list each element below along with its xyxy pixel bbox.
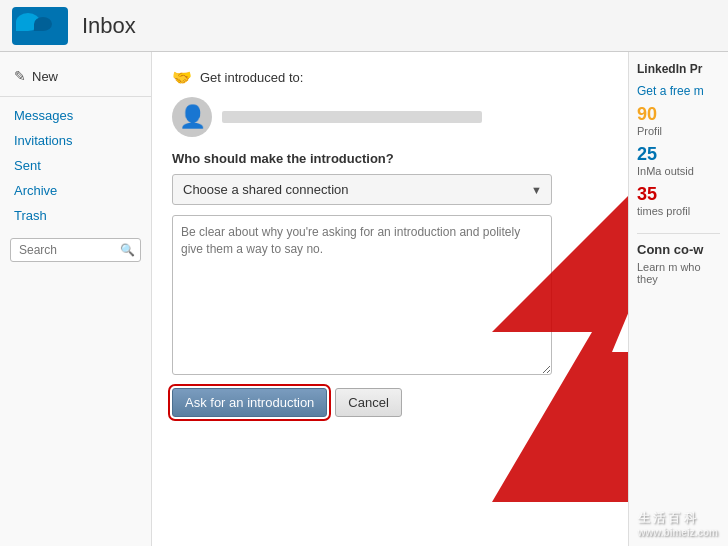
stat-num-days: 90 (637, 104, 657, 124)
sidebar-item-archive[interactable]: Archive (0, 178, 151, 203)
right-stat-inmail: 25 InMa outsid (637, 144, 720, 178)
main-layout: ✎ New Messages Invitations Sent Archive … (0, 52, 728, 546)
new-button[interactable]: ✎ New (0, 62, 151, 90)
stat-text-days: Profil (637, 125, 720, 138)
watermark: 生 活 百 科 www.bimeiz.com (638, 510, 718, 538)
who-label: Who should make the introduction? (172, 151, 608, 166)
sidebar-item-sent[interactable]: Sent (0, 153, 151, 178)
edit-icon: ✎ (14, 68, 26, 84)
search-icon: 🔍 (120, 243, 135, 257)
avatar-icon: 👤 (179, 104, 206, 130)
logo-bubble2 (34, 17, 52, 31)
introduce-header: 🤝 Get introduced to: (172, 68, 608, 87)
stat-text-times: times profil (637, 205, 720, 218)
search-container: 🔍 (10, 238, 141, 262)
introduce-icon: 🤝 (172, 68, 192, 87)
message-textarea[interactable] (172, 215, 552, 375)
sidebar-divider (0, 96, 151, 97)
connect-text: Learn m who they (637, 261, 720, 285)
profile-placeholder: 👤 (172, 97, 608, 137)
stat-num-inmail: 25 (637, 144, 657, 164)
cancel-button[interactable]: Cancel (335, 388, 401, 417)
main-content: 🤝 Get introduced to: 👤 Who should make t… (152, 52, 628, 546)
right-sidebar-title: LinkedIn Pr (637, 62, 720, 76)
right-sidebar: LinkedIn Pr Get a free m 90 Profil 25 In… (628, 52, 728, 546)
connection-dropdown[interactable]: Choose a shared connection (172, 174, 552, 205)
right-stat-days: 90 Profil (637, 104, 720, 138)
watermark-text: 生 活 百 科 (638, 510, 718, 527)
introduce-label: Get introduced to: (200, 70, 303, 85)
action-buttons: Ask for an introduction Cancel (172, 388, 608, 417)
connect-title: Conn co-w (637, 242, 720, 257)
sidebar-item-messages[interactable]: Messages (0, 103, 151, 128)
linkedin-logo (12, 7, 68, 45)
right-stat-times: 35 times profil (637, 184, 720, 218)
right-connect: Conn co-w Learn m who they (637, 233, 720, 285)
new-label: New (32, 69, 58, 84)
stat-num-times: 35 (637, 184, 657, 204)
ask-introduction-button[interactable]: Ask for an introduction (172, 388, 327, 417)
watermark-sub: www.bimeiz.com (638, 527, 718, 538)
avatar: 👤 (172, 97, 212, 137)
introduce-section: 🤝 Get introduced to: 👤 Who should make t… (172, 68, 608, 417)
sidebar-item-invitations[interactable]: Invitations (0, 128, 151, 153)
connection-dropdown-wrapper: Choose a shared connection ▼ (172, 174, 552, 205)
sidebar-item-trash[interactable]: Trash (0, 203, 151, 228)
sidebar: ✎ New Messages Invitations Sent Archive … (0, 52, 152, 546)
right-promo: Get a free m (637, 84, 720, 98)
name-blur (222, 111, 482, 123)
page-title: Inbox (82, 13, 136, 39)
stat-text-inmail: InMa outsid (637, 165, 720, 178)
header: Inbox (0, 0, 728, 52)
